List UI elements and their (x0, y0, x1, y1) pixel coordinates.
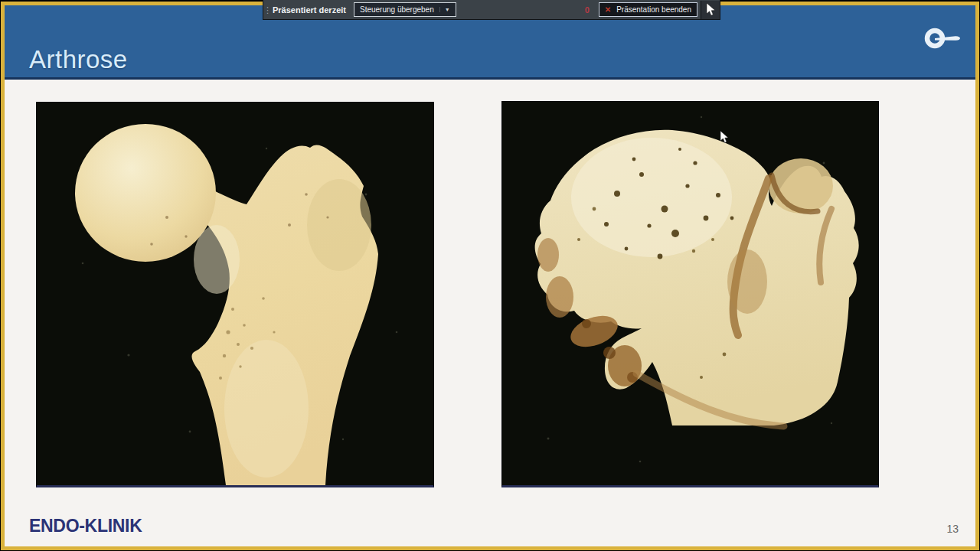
close-icon: ✕ (605, 5, 611, 14)
ring-handle-prosthesis-icon (923, 24, 963, 56)
endo-klinik-logo-text: ENDO-KLINIK (29, 516, 142, 536)
page-number: 13 (946, 523, 959, 535)
transfer-control-button[interactable]: Steuerung übergeben ▼ (354, 2, 456, 17)
arthritic-femur-photo (501, 101, 879, 487)
drag-handle-icon[interactable]: ⋮ (263, 6, 271, 14)
end-presentation-button[interactable]: ✕ Präsentation beenden (599, 2, 697, 17)
screenshare-toolbar: ⋮ Präsentiert derzeit Steuerung übergebe… (263, 0, 720, 20)
pointer-mode-button[interactable] (701, 1, 720, 19)
transfer-control-label: Steuerung übergeben (360, 5, 434, 14)
presentation-slide: Arthrose (1, 2, 979, 550)
end-presentation-label: Präsentation beenden (616, 5, 691, 14)
mouse-pointer-icon (706, 3, 716, 16)
chevron-down-icon[interactable]: ▼ (439, 7, 450, 12)
page-title: Arthrose (29, 45, 128, 74)
presenting-status-label: Präsentiert derzeit (273, 5, 346, 15)
screen: Arthrose (0, 0, 980, 551)
healthy-femur-photo (36, 102, 434, 487)
status-badge: 0 (585, 5, 590, 15)
